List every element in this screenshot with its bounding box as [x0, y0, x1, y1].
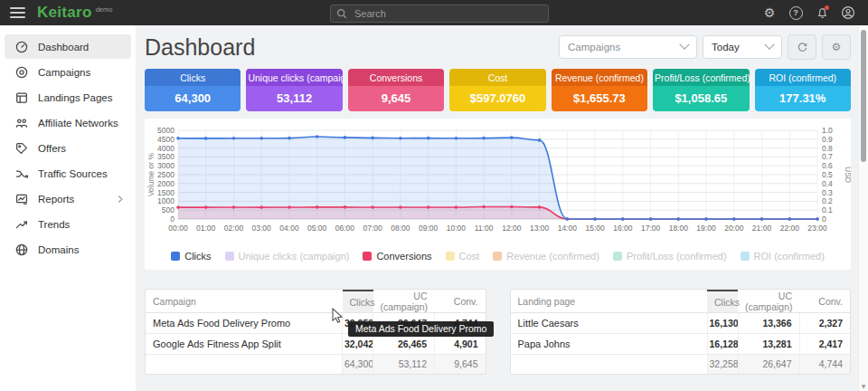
- svg-text:21:00: 21:00: [752, 224, 772, 233]
- svg-text:0.7: 0.7: [822, 152, 833, 161]
- table-cell: 16,130: [707, 313, 738, 334]
- stat-card-label: Revenue (confirmed): [552, 69, 647, 86]
- sidebar-item-campaigns[interactable]: Campaigns: [5, 60, 131, 84]
- trends-icon: [14, 217, 29, 232]
- legend-label: Revenue (confirmed): [506, 251, 599, 262]
- sidebar-item-offers[interactable]: Offers: [5, 136, 131, 160]
- legend-item-unique-clicks-campaign-[interactable]: Unique clicks (campaign): [225, 251, 350, 262]
- table-totals-row: 32,25826,6474,744: [511, 355, 851, 374]
- chart-panel: 00:0001:0002:0003:0004:0005:0006:0007:00…: [145, 119, 851, 270]
- search-input[interactable]: [353, 7, 528, 20]
- svg-text:Volume or %: Volume or %: [146, 152, 156, 196]
- app-logo[interactable]: Keitaro: [37, 4, 92, 22]
- total-cell: 32,258: [707, 355, 738, 374]
- table-cell: 13,281: [738, 334, 799, 355]
- stat-card-value: $1,655.73: [552, 86, 647, 111]
- dashboard-icon: [14, 40, 29, 54]
- global-search[interactable]: [330, 5, 549, 23]
- sidebar-item-domains[interactable]: Domains: [5, 237, 131, 262]
- demo-badge: demo: [96, 5, 113, 14]
- column-header-conv-[interactable]: Conv.: [799, 291, 850, 313]
- legend-item-profit-loss-confirmed-[interactable]: Profit/Loss (confirmed): [613, 251, 727, 262]
- date-range-select[interactable]: Today: [703, 35, 782, 59]
- sidebar-item-label: Trends: [38, 219, 70, 230]
- svg-text:0: 0: [822, 215, 826, 224]
- svg-text:0.8: 0.8: [822, 144, 833, 153]
- campaigns-filter-select[interactable]: Campaigns: [559, 35, 697, 59]
- column-header-clicks[interactable]: Clicks: [343, 291, 373, 313]
- column-header-conv-[interactable]: Conv.: [435, 291, 486, 313]
- table-totals-row: 64,30053,1129,645: [146, 355, 486, 374]
- landing-pages-icon: [14, 91, 29, 105]
- svg-text:3500: 3500: [157, 152, 175, 161]
- svg-text:1.0: 1.0: [822, 126, 833, 135]
- notification-dot: [825, 5, 829, 10]
- stat-card-profit-loss-confirmed-: Profit/Loss (confirmed)$1,058.65: [653, 69, 749, 111]
- legend-item-revenue-confirmed-[interactable]: Revenue (confirmed): [493, 251, 599, 262]
- legend-swatch: [613, 252, 622, 261]
- legend-label: Unique clicks (campaign): [239, 251, 350, 262]
- table-cell: Google Ads Fitness App Split: [146, 334, 343, 355]
- stat-card-value: 64,300: [145, 86, 241, 111]
- sidebar-item-reports[interactable]: Reports: [5, 186, 131, 211]
- stat-card-conversions: Conversions9,645: [348, 69, 444, 111]
- stat-card-roi-confirmed-: ROI (confirmed)177.31%: [755, 69, 851, 111]
- settings-icon[interactable]: ⚙: [761, 5, 778, 21]
- column-header-uc-campaign-[interactable]: UC (campaign): [373, 291, 435, 313]
- legend-swatch: [493, 252, 502, 261]
- scrollbar-thumb[interactable]: [861, 30, 866, 162]
- svg-text:23:00: 23:00: [807, 224, 827, 233]
- stat-card-unique-clicks-campaign-: Unique clicks (campaign)53,112: [246, 69, 342, 111]
- legend-label: Clicks: [184, 251, 211, 262]
- column-header-clicks[interactable]: Clicks: [707, 291, 738, 313]
- hamburger-menu-icon[interactable]: [10, 5, 25, 21]
- svg-text:4000: 4000: [157, 144, 175, 153]
- column-header-uc-campaign-[interactable]: UC (campaign): [738, 291, 799, 313]
- scroll-down-arrow-icon[interactable]: ▼: [859, 383, 868, 389]
- svg-text:4500: 4500: [157, 135, 175, 144]
- scrollbar-track[interactable]: ▼: [858, 25, 868, 391]
- svg-text:09:00: 09:00: [419, 224, 439, 233]
- stat-card-label: Profit/Loss (confirmed): [653, 69, 749, 86]
- legend-item-cost[interactable]: Cost: [446, 251, 480, 262]
- sidebar-item-traffic-sources[interactable]: Traffic Sources: [5, 161, 131, 186]
- refresh-button[interactable]: [788, 34, 816, 60]
- legend-swatch: [171, 252, 180, 261]
- notifications-bell-icon[interactable]: [814, 5, 830, 21]
- help-icon[interactable]: ?: [788, 5, 804, 21]
- legend-label: ROI (confirmed): [754, 251, 825, 262]
- svg-text:0.6: 0.6: [822, 161, 833, 170]
- svg-text:0: 0: [170, 215, 175, 224]
- legend-item-conversions[interactable]: Conversions: [363, 251, 431, 262]
- legend-item-clicks[interactable]: Clicks: [171, 251, 211, 262]
- svg-text:0.1: 0.1: [822, 205, 833, 215]
- table-row[interactable]: Papa Johns16,12813,2812,417: [511, 334, 851, 355]
- legend-label: Cost: [459, 251, 480, 262]
- sidebar-item-landings-pages[interactable]: Landings Pages: [5, 85, 131, 110]
- svg-text:5000: 5000: [157, 126, 175, 135]
- stat-card-label: Unique clicks (campaign): [246, 69, 342, 86]
- stat-card-label: Cost: [449, 69, 545, 86]
- svg-text:17:00: 17:00: [641, 224, 661, 233]
- column-header-landing-page[interactable]: Landing page: [511, 291, 708, 313]
- svg-text:0.4: 0.4: [822, 179, 833, 188]
- table-row[interactable]: Little Caesars16,13013,3662,327: [511, 313, 851, 334]
- sidebar-item-trends[interactable]: Trends: [5, 212, 131, 236]
- sidebar-item-affiliate-networks[interactable]: Affiliate Networks: [5, 110, 131, 135]
- svg-text:12:00: 12:00: [502, 224, 522, 233]
- legend-item-roi-confirmed-[interactable]: ROI (confirmed): [741, 251, 825, 262]
- dashboard-settings-button[interactable]: ⚙: [822, 34, 851, 60]
- svg-text:01:00: 01:00: [196, 224, 216, 233]
- user-avatar-icon[interactable]: [840, 5, 856, 21]
- page-title: Dashboard: [145, 34, 255, 61]
- legend-swatch: [741, 252, 750, 261]
- column-header-campaign[interactable]: Campaign: [146, 291, 343, 313]
- chevron-down-icon: [679, 40, 689, 50]
- svg-text:3000: 3000: [157, 161, 175, 170]
- svg-text:02:00: 02:00: [224, 224, 244, 233]
- sidebar-item-label: Landings Pages: [38, 92, 112, 103]
- svg-text:0.5: 0.5: [822, 170, 833, 179]
- dashboard-chart[interactable]: 00:0001:0002:0003:0004:0005:0006:0007:00…: [145, 123, 851, 243]
- stat-card-value: $1,058.65: [653, 86, 749, 111]
- sidebar-item-dashboard[interactable]: Dashboard: [5, 34, 131, 59]
